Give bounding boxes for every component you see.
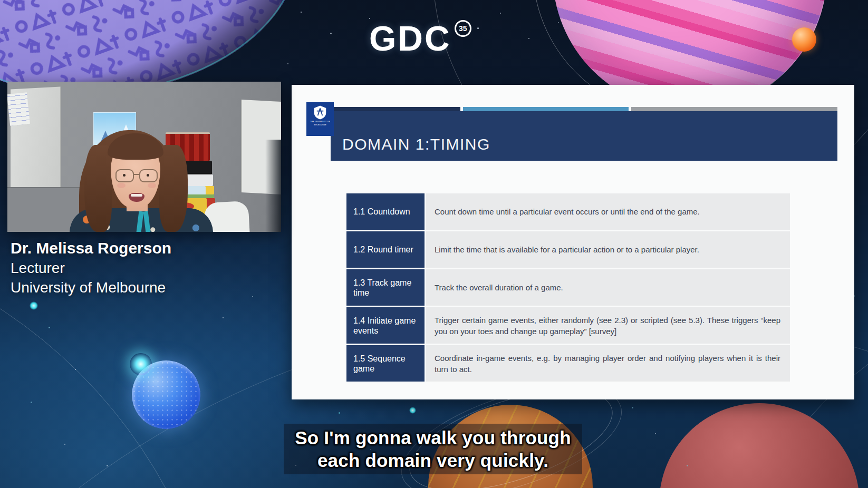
speaker-organization: University of Melbourne xyxy=(11,278,171,297)
speaker-webcam xyxy=(7,82,281,232)
table-row-desc: Track the overall duration of a game. xyxy=(426,269,790,306)
speaker-hair-strand xyxy=(159,145,188,232)
speaker-eye xyxy=(147,174,149,177)
university-logo-text: MELBOURNE xyxy=(314,124,326,125)
gdc-35-badge: 35 xyxy=(455,20,471,37)
caption-line: So I'm gonna walk you through xyxy=(295,426,571,449)
university-logo-text: THE UNIVERSITY OF xyxy=(310,121,330,122)
table-row-label: 1.1 Countdown xyxy=(346,193,425,230)
speaker-name: Dr. Melissa Rogerson xyxy=(11,238,171,258)
university-of-melbourne-logo: THE UNIVERSITY OF MELBOURNE xyxy=(306,102,334,136)
table-row-desc: Trigger certain game events, either rand… xyxy=(426,307,790,344)
speaker-eye xyxy=(123,174,126,177)
sketch-paper xyxy=(7,92,30,126)
slide-accent-bar-blue xyxy=(463,107,629,111)
room-shadow xyxy=(265,140,281,232)
table-row: 1.1 CountdownCount down time until a par… xyxy=(346,193,790,230)
speaker-cheek xyxy=(117,183,126,188)
orange-planet xyxy=(792,27,816,52)
table-row-desc: Count down time until a particular event… xyxy=(426,193,790,230)
university-crest-icon xyxy=(312,104,328,120)
slide-title-box: DOMAIN 1:TIMING xyxy=(331,111,837,161)
speaker-teeth xyxy=(131,194,142,197)
timing-table: 1.1 CountdownCount down time until a par… xyxy=(346,193,790,383)
slide-title: DOMAIN 1:TIMING xyxy=(342,135,490,153)
table-row-label: 1.2 Round timer xyxy=(346,231,425,268)
table-row-desc: Coordinate in-game events, e.g. by manag… xyxy=(426,345,790,382)
table-row: 1.5 Sequence gameCoordinate in-game even… xyxy=(346,345,790,382)
glasses-bridge xyxy=(134,174,139,175)
table-row-label: 1.3 Track game time xyxy=(346,269,425,306)
gdc-logo-text: GDC xyxy=(369,21,451,56)
table-row-desc: Limit the time that is available for a p… xyxy=(426,231,790,268)
speaker-hair-strand xyxy=(84,145,112,232)
caption-line: each domain very quickly. xyxy=(317,449,548,472)
gdc-logo: GDC 35 xyxy=(369,21,471,56)
slide-accent-bar-gray xyxy=(631,107,837,111)
table-row: 1.4 Initiate game eventsTrigger certain … xyxy=(346,307,790,344)
table-row: 1.3 Track game timeTrack the overall dur… xyxy=(346,269,790,306)
speaker-nameplate: Dr. Melissa Rogerson Lecturer University… xyxy=(11,238,171,297)
speaker-title: Lecturer xyxy=(11,258,171,278)
presentation-slide: DOMAIN 1:TIMING THE UNIVERSITY OF MELBOU… xyxy=(292,85,854,399)
table-row-label: 1.4 Initiate game events xyxy=(346,307,425,344)
glow-dot xyxy=(30,301,38,310)
glow-dot xyxy=(409,407,416,414)
star-flare xyxy=(130,353,152,375)
table-row-label: 1.5 Sequence game xyxy=(346,345,425,382)
video-frame: GDC 35 xyxy=(0,0,868,488)
speaker-cheek xyxy=(148,183,156,188)
table-row: 1.2 Round timerLimit the time that is av… xyxy=(346,231,790,268)
subtitle-caption: So I'm gonna walk you through each domai… xyxy=(284,424,582,474)
